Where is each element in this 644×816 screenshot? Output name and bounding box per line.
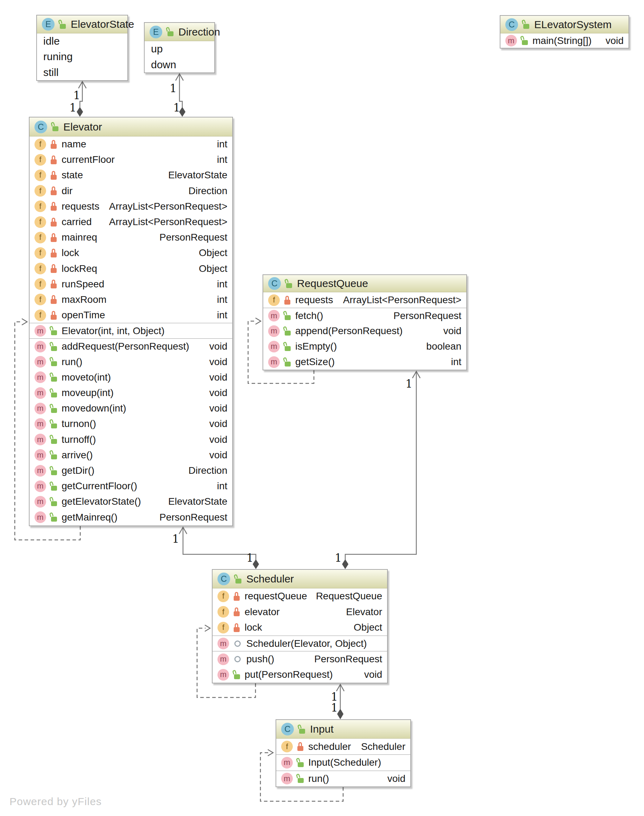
member-name: getCurrentFloor() (61, 481, 137, 492)
method-row[interactable]: misEmpty()boolean (263, 339, 466, 354)
method-icon: m (268, 310, 280, 322)
enum-value-row[interactable]: still (37, 65, 127, 80)
member-name: carried (61, 216, 92, 228)
class-header[interactable]: C Scheduler (213, 570, 387, 588)
field-row[interactable]: fdirDirection (29, 183, 232, 199)
field-row[interactable]: fopenTimeint (29, 308, 232, 323)
member-name: lockReq (61, 263, 97, 274)
lock-open-icon (59, 20, 66, 29)
field-row[interactable]: fschedulerScheduler (276, 739, 410, 755)
enum-value-row[interactable]: down (145, 57, 214, 73)
enum-header[interactable]: E ElevatorState (37, 15, 127, 34)
lock-closed-icon (50, 279, 58, 289)
method-row[interactable]: mmovedown(int)void (29, 401, 232, 416)
class-node-scheduler[interactable]: C Scheduler frequestQueueRequestQueue fe… (212, 569, 388, 683)
method-row[interactable]: mgetDir()Direction (29, 463, 232, 478)
multiplicity-label: 1 (69, 101, 77, 114)
lock-closed-icon (284, 295, 291, 305)
lock-open-icon (297, 758, 304, 767)
method-row[interactable]: mpush()PersonRequest (213, 651, 387, 667)
member-name: elevator (245, 606, 280, 618)
enum-value-row[interactable]: up (145, 41, 214, 57)
method-icon: m (34, 496, 46, 508)
method-row[interactable]: mgetSize()int (263, 354, 466, 370)
method-row[interactable]: maddRequest(PersonRequest)void (29, 338, 232, 354)
enum-node-elevatorstate[interactable]: E ElevatorState idle runing still (36, 15, 128, 81)
method-row[interactable]: mgetElevatorState()ElevatorState (29, 494, 232, 509)
class-header[interactable]: C Input (276, 720, 410, 739)
field-row[interactable]: flockObject (213, 620, 387, 635)
member-type: int (217, 481, 227, 492)
field-row[interactable]: flockReqObject (29, 261, 232, 276)
constructor-row[interactable]: mElevator(int, int, Object) (29, 323, 232, 338)
method-row[interactable]: mput(PersonRequest)void (213, 667, 387, 683)
field-row[interactable]: frequestsArrayList<PersonRequest> (29, 199, 232, 214)
member-name: state (61, 170, 83, 181)
field-row[interactable]: frunSpeedint (29, 276, 232, 292)
field-icon: f (34, 278, 46, 290)
field-row[interactable]: frequestsArrayList<PersonRequest> (263, 292, 466, 308)
method-row[interactable]: mmoveto(int)void (29, 370, 232, 385)
method-row[interactable]: mturnoff()void (29, 432, 232, 447)
class-node-input[interactable]: C Input fschedulerScheduler mInput(Sched… (276, 719, 411, 787)
member-type: void (209, 418, 227, 429)
field-row[interactable]: frequestQueueRequestQueue (213, 588, 387, 604)
lock-open-icon (166, 27, 174, 37)
class-node-requestqueue[interactable]: C RequestQueue frequestsArrayList<Person… (262, 274, 467, 370)
member-name: addRequest(PersonRequest) (61, 341, 189, 352)
member-type: void (209, 387, 227, 398)
member-name: currentFloor (61, 154, 115, 165)
class-title: Input (310, 723, 334, 735)
member-type: ArrayList<PersonRequest> (343, 294, 462, 306)
class-header[interactable]: C RequestQueue (263, 275, 466, 292)
method-row[interactable]: mmoveup(int)void (29, 385, 232, 401)
field-row[interactable]: flockObject (29, 245, 232, 260)
field-row[interactable]: felevatorElevator (213, 604, 387, 620)
method-row[interactable]: mrun()void (276, 771, 410, 787)
field-row[interactable]: fmaxRoomint (29, 292, 232, 308)
lock-open-icon (50, 435, 58, 444)
lock-closed-icon (50, 171, 58, 180)
class-node-elevator[interactable]: C Elevator fnameint fcurrentFloorint fst… (29, 117, 233, 526)
constructor-row[interactable]: mInput(Scheduler) (276, 755, 410, 770)
uml-diagram-canvas: 1 1 1 1 1 1 1 1 1 1 E ElevatorState idle… (0, 0, 644, 816)
composition-edge-scheduler-requestqueue[interactable] (342, 371, 420, 569)
field-row[interactable]: fcarriedArrayList<PersonRequest> (29, 214, 232, 230)
lock-open-icon (50, 497, 58, 507)
enum-node-direction[interactable]: E Direction up down (144, 22, 215, 73)
method-row[interactable]: marrive()void (29, 447, 232, 463)
lock-open-icon (50, 388, 58, 398)
multiplicity-label: 1 (172, 533, 179, 545)
constructor-row[interactable]: mScheduler(Elevator, Object) (213, 635, 387, 651)
lock-open-icon (50, 342, 58, 351)
member-type: void (209, 434, 227, 445)
member-name: name (61, 139, 86, 150)
member-type: void (209, 341, 227, 352)
field-row[interactable]: fcurrentFloorint (29, 152, 232, 167)
enum-value-row[interactable]: idle (37, 34, 127, 49)
class-node-elevatorsystem[interactable]: C ELevatorSystem m main(String[]) void (500, 15, 629, 49)
field-row[interactable]: fmainreqPersonRequest (29, 230, 232, 245)
class-header[interactable]: C ELevatorSystem (500, 16, 629, 34)
method-row[interactable]: m main(String[]) void (500, 34, 629, 48)
enum-header[interactable]: E Direction (145, 23, 214, 41)
method-row[interactable]: mgetCurrentFloor()int (29, 478, 232, 494)
lock-closed-icon (50, 264, 58, 273)
method-row[interactable]: mrun()void (29, 354, 232, 370)
field-icon: f (218, 622, 229, 634)
enum-value-row[interactable]: runing (37, 49, 127, 64)
class-header[interactable]: C Elevator (29, 118, 232, 136)
member-type: int (217, 279, 227, 290)
member-name: Input(Scheduler) (308, 757, 381, 768)
method-row[interactable]: mgetMainreq()PersonRequest (29, 510, 232, 525)
method-icon: m (34, 434, 46, 445)
member-type: int (451, 356, 462, 367)
method-row[interactable]: mfetch()PersonRequest (263, 308, 466, 323)
member-type: int (217, 309, 227, 321)
method-icon: m (268, 356, 280, 368)
method-row[interactable]: mappend(PersonRequest)void (263, 323, 466, 339)
method-row[interactable]: mturnon()void (29, 416, 232, 432)
lock-closed-icon (50, 248, 58, 258)
field-row[interactable]: fnameint (29, 136, 232, 152)
field-row[interactable]: fstateElevatorState (29, 167, 232, 183)
